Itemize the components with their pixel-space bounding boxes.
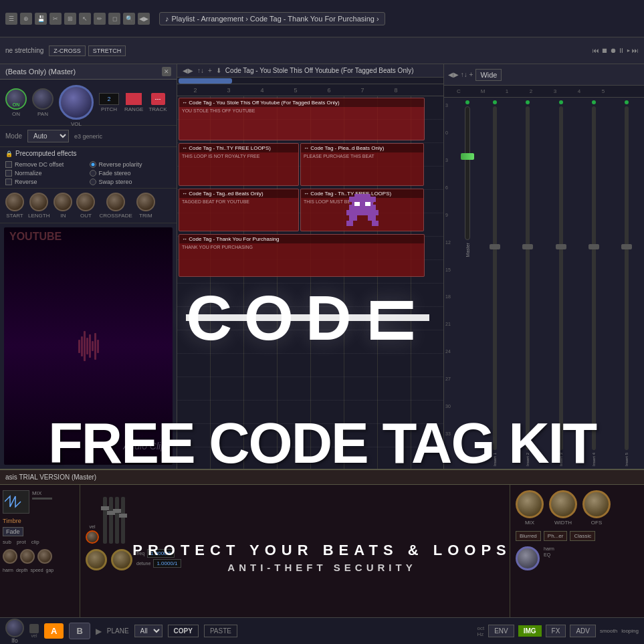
zoom-icon[interactable]: 🔍 <box>123 13 135 25</box>
pan-knob[interactable] <box>32 88 53 110</box>
length-knob[interactable] <box>29 193 48 211</box>
crossfade-knob-group: CROSSFADE <box>99 193 132 219</box>
range-display[interactable] <box>126 93 142 105</box>
insert-4-fader-knob <box>588 244 599 249</box>
plus-icon: + <box>208 67 212 74</box>
clip-please-purchase[interactable]: ↔ Code Tag - Plea..d Beats Only) PLEASE … <box>300 143 424 186</box>
remove-dc-checkbox[interactable] <box>5 161 12 168</box>
classic-btn[interactable]: Classic <box>570 531 595 541</box>
on-knob[interactable]: ON <box>5 88 27 110</box>
fader-2[interactable] <box>109 497 113 544</box>
mix-large-knob[interactable] <box>516 490 544 518</box>
fade-stereo-radio[interactable] <box>90 170 96 177</box>
clip-thank-you[interactable]: ↔ Code Tag - Thank You For Purchasing TH… <box>179 234 425 277</box>
out-knob[interactable] <box>76 193 95 211</box>
menu-icon[interactable]: ☰ <box>5 13 17 25</box>
reverse-polarity-radio[interactable] <box>90 161 96 168</box>
pencil-icon[interactable]: ✏ <box>94 13 106 25</box>
reverse-checkbox[interactable] <box>5 179 12 185</box>
lower-knobs: START LENGTH IN OUT CROSSFADE <box>0 189 177 223</box>
env-button[interactable]: ENV <box>488 625 514 637</box>
main-knob-2[interactable] <box>111 549 132 570</box>
paste-button[interactable]: PASTE <box>204 625 237 637</box>
eraser-icon[interactable]: ◻ <box>108 13 120 25</box>
lfo-knob[interactable] <box>5 619 24 637</box>
effect-swap-stereo: Swap stereo <box>90 179 172 185</box>
clip-you-stole[interactable]: ↔ Code Tag - You Stole This Off Youtube … <box>179 98 425 140</box>
in-knob[interactable] <box>53 193 72 211</box>
clip-free-loops-content: THIS LOOP IS NOT ROYALTY FREE <box>179 152 298 160</box>
adv-button[interactable]: ADV <box>570 625 596 637</box>
crossfade-knob[interactable] <box>106 193 125 211</box>
detune-value[interactable]: 1.0000/1 <box>153 559 181 568</box>
cut-icon[interactable]: ✂ <box>49 13 62 25</box>
fader-4[interactable] <box>121 497 125 544</box>
new-icon[interactable]: ⊕ <box>20 13 32 25</box>
master-fader-track[interactable] <box>465 106 470 240</box>
waveform <box>78 330 99 363</box>
all-select[interactable]: All <box>134 625 163 637</box>
width-large-knob[interactable] <box>549 490 577 518</box>
trim-knob[interactable] <box>136 193 155 211</box>
vel-knob[interactable] <box>86 530 99 544</box>
track-button[interactable]: --- <box>151 93 165 105</box>
sub-knob[interactable] <box>3 549 17 564</box>
insert-4-label: Insert 4 <box>592 453 596 466</box>
playlist-scroll[interactable] <box>177 78 443 84</box>
freq-value[interactable]: 1.0000/1 <box>147 549 175 558</box>
swap-stereo-radio[interactable] <box>90 179 96 185</box>
wave-display[interactable] <box>3 490 29 514</box>
save-icon[interactable]: 💾 <box>35 13 47 25</box>
insert-4-fader[interactable] <box>592 106 596 450</box>
stretch-control[interactable]: STRETCH <box>88 45 126 56</box>
clip-free-loops[interactable]: ↔ Code Tag - Thi..TY FREE LOOPS) THIS LO… <box>179 143 299 186</box>
copy-button[interactable]: COPY <box>168 625 199 637</box>
precomputed-section: 🔒 Precomputed effects Remove DC offset R… <box>0 147 177 189</box>
normalize-checkbox[interactable] <box>5 170 12 177</box>
wide-label[interactable]: Wide <box>475 69 502 81</box>
cursor-icon[interactable]: ↖ <box>79 13 91 25</box>
zcross-control[interactable]: Z-CROSS <box>49 45 86 56</box>
insert-1-led <box>493 100 497 104</box>
transport-b-button[interactable]: B <box>69 623 90 639</box>
speaker-icon[interactable]: ◀▶ <box>138 13 150 25</box>
insert-3-fader[interactable] <box>559 106 563 450</box>
clip-please-purchase-content: PLEASE PURCHASE THIS BEAT <box>301 152 423 160</box>
sub-label: sub <box>3 539 11 545</box>
fade-label[interactable]: Fade <box>3 527 23 536</box>
img-button[interactable]: IMG <box>518 625 542 637</box>
prot-knob[interactable] <box>20 549 35 564</box>
ofs-knob[interactable] <box>582 490 611 518</box>
clip-tagged-beat[interactable]: ↔ Code Tag - Tag..ed Beats Only) TAGGED … <box>179 189 299 231</box>
clip-knob[interactable] <box>37 549 52 564</box>
close-panel-button[interactable]: ✕ <box>162 67 171 76</box>
insert-5-fader[interactable] <box>625 106 629 450</box>
timeline-num-5: 5 <box>279 87 312 94</box>
timeline-numbers: 2 3 4 5 6 7 8 <box>179 87 442 94</box>
in-label: IN <box>60 213 66 219</box>
copy2-icon[interactable]: ⊞ <box>64 13 76 25</box>
clip-thank-you-content: THANK YOU FOR PURCHASING <box>179 243 424 251</box>
fx-button[interactable]: FX <box>546 625 566 637</box>
fader-3[interactable] <box>115 497 119 544</box>
play-icon[interactable]: ▶ <box>96 627 102 636</box>
phaser-btn[interactable]: Ph...er <box>544 531 568 541</box>
vel-group: vel <box>86 524 99 544</box>
insert-2-label: Insert 2 <box>526 453 530 466</box>
mix-right-knob[interactable] <box>516 546 540 570</box>
pitch-display[interactable]: 2 <box>99 93 119 105</box>
insert-1-fader[interactable] <box>493 106 497 450</box>
transport-a-button[interactable]: A <box>44 623 64 639</box>
mode-select[interactable]: Auto None Stretch <box>27 130 69 142</box>
insert-2-channel: Insert 2 <box>512 100 543 466</box>
track-group: --- TRACK <box>148 93 167 112</box>
insert-2-fader[interactable] <box>526 106 530 450</box>
length-label: LENGTH <box>28 213 49 219</box>
blurred-btn[interactable]: Blurred <box>516 531 541 541</box>
start-knob[interactable] <box>5 193 24 211</box>
fader-1[interactable] <box>103 497 107 544</box>
vol-knob[interactable]: VOL <box>59 85 94 120</box>
main-knob-1[interactable] <box>86 549 107 570</box>
vel-display <box>29 624 39 633</box>
clip-must-clear[interactable]: ↔ Code Tag - Th..TY FREE LOOPS) THIS LOO… <box>300 189 424 231</box>
